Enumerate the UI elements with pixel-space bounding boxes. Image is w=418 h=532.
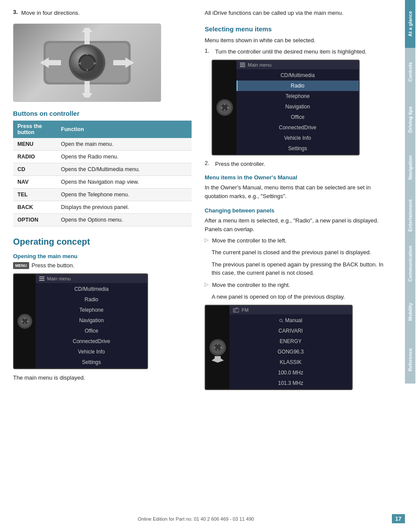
radio-screen-item: ENERGY bbox=[229, 336, 352, 347]
sidebar: At a glanceControlsDriving tipsNavigatio… bbox=[405, 0, 418, 532]
screen-menu-item: CD/Multimedia bbox=[236, 70, 359, 81]
button-function: Displays the previous panel. bbox=[57, 201, 192, 213]
selecting-step1: 1. Turn the controller until the desired… bbox=[205, 47, 388, 56]
table-row: CDOpens the CD/Multimedia menu. bbox=[13, 163, 192, 175]
sidebar-tab-reference[interactable]: Reference bbox=[405, 336, 415, 384]
selecting-screen-items: Main menu CD/MultimediaRadioTelephoneNav… bbox=[236, 61, 359, 155]
menu-button-icon: MENU bbox=[13, 262, 29, 269]
svg-text:▶: ▶ bbox=[220, 346, 222, 349]
svg-text:▼: ▼ bbox=[85, 68, 89, 72]
bullet-1-text: Move the controller to the left. bbox=[212, 236, 388, 245]
step-3-number: 3. bbox=[13, 9, 18, 15]
selecting-screen-mockup: ▲ ▼ ◀ ▶ Main menu CD/MultimediaRadioTele… bbox=[212, 60, 360, 155]
bullet-2: ▷ Move the controller to the right. bbox=[205, 281, 388, 290]
bullet-1-sub1: The current panel is closed and the prev… bbox=[212, 248, 388, 257]
button-function: Opens the CD/Multimedia menu. bbox=[57, 163, 192, 175]
screen-menu-item: Radio bbox=[36, 294, 147, 305]
main-menu-displayed-text: The main menu is displayed. bbox=[13, 374, 192, 382]
bullet-arrow-2: ▷ bbox=[205, 281, 209, 287]
bullet-arrow-1: ▷ bbox=[205, 237, 209, 243]
svg-text:▶: ▶ bbox=[227, 106, 229, 109]
bullet-1: ▷ Move the controller to the left. bbox=[205, 236, 388, 245]
selecting-step2: 2. Press the controller. bbox=[205, 160, 388, 168]
selecting-step2-num: 2. bbox=[205, 160, 212, 166]
buttons-table: Press the button Function MENUOpen the m… bbox=[13, 121, 192, 226]
idrive-intro: All iDrive functions can be called up vi… bbox=[205, 9, 388, 17]
page-number: 17 bbox=[392, 514, 405, 523]
radio-screen-header: FM bbox=[229, 306, 352, 314]
sidebar-tab-communication[interactable]: Communication bbox=[405, 239, 415, 288]
button-name: OPTION bbox=[13, 213, 57, 226]
table-col2-header: Function bbox=[57, 121, 192, 138]
selecting-step1-num: 1. bbox=[205, 47, 212, 54]
svg-text:▼: ▼ bbox=[223, 109, 226, 111]
screen-menu-item: Telephone bbox=[236, 91, 359, 101]
button-function: Opens the Radio menu. bbox=[57, 150, 192, 163]
svg-text:▲: ▲ bbox=[216, 343, 219, 345]
svg-point-43 bbox=[234, 310, 236, 311]
button-function: Opens the Telephone menu. bbox=[57, 188, 192, 201]
step-3-text: Move in four directions. bbox=[21, 9, 80, 17]
button-name: NAV bbox=[13, 175, 57, 188]
radio-screen-item: Manual bbox=[229, 315, 352, 326]
table-row: TELOpens the Telephone menu. bbox=[13, 188, 192, 201]
screen-menu-item: Vehicle Info bbox=[236, 133, 359, 143]
sidebar-tab-navigation[interactable]: Navigation bbox=[405, 144, 415, 192]
radio-screen-item: 100.0 MHz bbox=[229, 367, 352, 378]
table-row: RADIOOpens the Radio menu. bbox=[13, 150, 192, 163]
svg-text:◀: ◀ bbox=[213, 346, 215, 349]
main-menu-screen-left: ▲ ▼ ◀ ▶ Main menu CD/MultimediaRadioTele… bbox=[13, 273, 148, 369]
svg-rect-33 bbox=[240, 66, 245, 67]
opening-menu-heading: Opening the main menu bbox=[13, 253, 192, 259]
button-name: CD bbox=[13, 163, 57, 175]
svg-point-45 bbox=[280, 319, 282, 322]
sidebar-tab-controls[interactable]: Controls bbox=[405, 48, 415, 96]
screen-menu-item: Settings bbox=[36, 357, 147, 367]
selecting-step2-text: Press the controller. bbox=[215, 160, 265, 168]
selecting-heading: Selecting menu items bbox=[205, 25, 388, 33]
table-row: OPTIONOpens the Options menu. bbox=[13, 213, 192, 226]
table-row: BACKDisplays the previous panel. bbox=[13, 201, 192, 213]
bullet-2-text: Move the controller to the right. bbox=[212, 281, 388, 290]
svg-rect-23 bbox=[39, 280, 44, 281]
screen-menu-item: Settings bbox=[236, 143, 359, 154]
changing-panels-intro: After a menu item is selected, e.g., "Ra… bbox=[205, 216, 388, 234]
svg-line-46 bbox=[282, 321, 283, 323]
radio-screen-mockup: ▲ ▼ ◀ ▶ FM bbox=[205, 305, 353, 390]
svg-rect-31 bbox=[240, 63, 245, 64]
selecting-screen-header: Main menu bbox=[236, 61, 359, 69]
radio-screen-item: KLASSIK bbox=[229, 357, 352, 367]
sidebar-tab-driving-tips[interactable]: Driving tips bbox=[405, 96, 415, 144]
selecting-intro: Menu items shown in white can be selecte… bbox=[205, 36, 388, 45]
screen-menu-item: Telephone bbox=[36, 305, 147, 315]
screen-menu-item: Office bbox=[236, 112, 359, 122]
owner-manual-text: In the Owner's Manual, menu items that c… bbox=[205, 183, 388, 201]
svg-text:▼: ▼ bbox=[216, 349, 219, 351]
svg-marker-41 bbox=[212, 356, 224, 363]
buttons-section-heading: Buttons on controller bbox=[13, 110, 192, 117]
changing-panels-heading: Changing between panels bbox=[205, 207, 388, 214]
main-menu-items-left: Main menu CD/MultimediaRadioTelephoneNav… bbox=[36, 274, 147, 368]
sidebar-tab-at-a-glance[interactable]: At a glance bbox=[405, 0, 415, 48]
screen-menu-item: ConnectedDrive bbox=[236, 122, 359, 133]
radio-screen-item: GONG96.3 bbox=[229, 347, 352, 357]
screen-menu-item: CD/Multimedia bbox=[36, 284, 147, 294]
button-name: TEL bbox=[13, 188, 57, 201]
svg-text:▼: ▼ bbox=[24, 322, 26, 325]
sidebar-tab-entertainment[interactable]: Entertainment bbox=[405, 192, 415, 239]
screen-controller-icon: ▲ ▼ ◀ ▶ bbox=[14, 274, 36, 368]
screen-menu-item: Vehicle Info bbox=[36, 347, 147, 357]
bullet-1-sub2: The previous panel is opened again by pr… bbox=[212, 260, 388, 277]
radio-screen-item: CARIVARI bbox=[229, 326, 352, 336]
screen-menu-item: Office bbox=[36, 326, 147, 336]
svg-text:◀: ◀ bbox=[220, 106, 222, 109]
table-row: NAVOpens the Navigation map view. bbox=[13, 175, 192, 188]
svg-text:◀: ◀ bbox=[78, 61, 81, 65]
bullet-2-sub1: A new panel is opened on top of the prev… bbox=[212, 293, 388, 301]
button-name: RADIO bbox=[13, 150, 57, 163]
controller-image: ▲ ▼ ◀ ▶ bbox=[13, 24, 161, 102]
radio-screen-items: FM ManualCARIVARIENERGYGONG96.3KLASSIK10… bbox=[229, 306, 352, 389]
step-3-item: 3. Move in four directions. bbox=[13, 9, 192, 20]
sidebar-tab-mobility[interactable]: Mobility bbox=[405, 288, 415, 336]
svg-line-44 bbox=[236, 307, 238, 308]
